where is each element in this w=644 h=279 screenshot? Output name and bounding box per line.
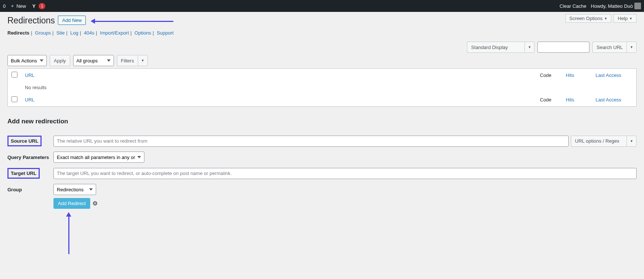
search-url-dropdown[interactable]: ▼ [627,42,637,53]
source-url-input[interactable] [53,136,569,147]
target-url-input[interactable] [53,168,637,179]
redirects-table: URL Code Hits Last Access No results URL… [7,68,637,107]
plus-icon: ＋ [10,3,15,9]
label-target-url: Target URL [7,168,40,179]
group-select[interactable]: Redirections [53,184,96,195]
add-redirect-button[interactable]: Add Redirect [53,198,90,209]
nav-support[interactable]: Support [157,30,174,36]
annotation-arrow-horizontal [92,21,173,22]
gear-icon[interactable]: ⚙ [92,200,98,207]
search-url-button[interactable]: Search URL [592,42,627,53]
select-all-checkbox-foot[interactable] [12,96,17,102]
url-options-dropdown[interactable]: ▼ [627,136,637,147]
group-filter-select[interactable]: All groups [73,55,114,66]
chevron-down-icon: ▼ [630,139,633,143]
chevron-down-icon: ▼ [604,17,607,20]
display-mode-select[interactable]: Standard Display [467,42,524,53]
chevron-down-icon: ▼ [630,45,633,49]
nav-log[interactable]: Log [70,30,78,36]
chevron-down-icon: ▼ [141,59,144,62]
admin-bar-comments[interactable]: 0 [3,3,6,9]
label-source-url: Source URL [7,136,42,146]
help-button[interactable]: Help ▼ [614,14,637,23]
chevron-down-icon: ▼ [528,45,531,49]
admin-bar: 0 ＋New Y 1 Clear Cache Howdy, Matteo Duò [0,0,644,12]
label-query-params: Query Parameters [7,152,53,163]
url-options-button[interactable]: URL options / Regex [571,136,627,147]
label-group: Group [7,184,53,195]
chevron-down-icon: ▼ [629,17,632,20]
sub-nav: Redirects| Groups| Site| Log| 404s| Impo… [7,30,637,36]
col-url-foot[interactable]: URL [25,97,35,103]
col-code-foot: Code [536,93,562,107]
display-mode-dropdown[interactable]: ▼ [524,42,535,53]
admin-bar-yoast[interactable]: Y 1 [30,3,45,9]
avatar [634,3,641,9]
col-hits-foot[interactable]: Hits [566,97,574,103]
page-title: Redirections [7,16,55,26]
col-url[interactable]: URL [25,72,35,78]
col-last-access[interactable]: Last Access [596,72,621,78]
nav-site[interactable]: Site [56,30,65,36]
admin-bar-new[interactable]: ＋New [10,3,26,9]
col-hits[interactable]: Hits [566,72,574,78]
bulk-actions-select[interactable]: Bulk Actions [7,55,47,66]
query-params-select[interactable]: Exact match all parameters in any order [53,152,144,163]
select-all-checkbox[interactable] [12,72,17,78]
apply-button[interactable]: Apply [50,55,70,66]
yoast-icon: Y [30,3,37,9]
notice-badge: 1 [39,3,45,9]
nav-import-export[interactable]: Import/Export [100,30,129,36]
search-input[interactable] [537,42,589,53]
nav-redirects[interactable]: Redirects [7,30,29,36]
annotation-arrow-vertical [68,213,69,254]
no-results-cell: No results [21,82,637,93]
filters-button[interactable]: Filters [117,55,138,66]
col-last-access-foot[interactable]: Last Access [596,97,621,103]
screen-options-button[interactable]: Screen Options ▼ [565,14,612,23]
col-code: Code [536,69,562,82]
add-new-button[interactable]: Add New [58,16,86,25]
nav-404s[interactable]: 404s [84,30,94,36]
clear-cache-link[interactable]: Clear Cache [560,3,586,9]
filters-dropdown[interactable]: ▼ [138,55,148,66]
nav-groups[interactable]: Groups [35,30,51,36]
nav-options[interactable]: Options [134,30,151,36]
add-new-section-title: Add new redirection [7,118,637,125]
howdy-link[interactable]: Howdy, Matteo Duò [591,3,641,9]
